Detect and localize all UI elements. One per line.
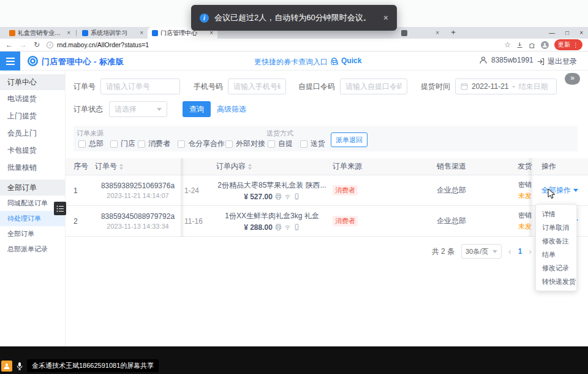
pickup-code-input[interactable] xyxy=(340,78,407,94)
toast-close-button[interactable]: × xyxy=(383,13,388,23)
table-row: 1 83859389251069376a 2023-11-21 14:14:07… xyxy=(66,175,588,206)
window-maximize-button[interactable]: □ xyxy=(565,29,569,36)
page-title: 门店管理中心 - 标准版 xyxy=(42,56,124,67)
menu-item-edit-history[interactable]: 修改记录 xyxy=(536,261,576,275)
address-bar[interactable]: i rnd.maboy.cn/AllOrder?status=1 xyxy=(47,41,497,48)
next-page-button[interactable]: › xyxy=(529,246,532,256)
sidebar-group-order-center[interactable]: 订单中心 xyxy=(0,74,65,90)
checkbox-icon[interactable] xyxy=(78,140,86,148)
window-close-button[interactable]: × xyxy=(579,29,583,36)
menu-item-close-order[interactable]: 结单 xyxy=(536,248,576,261)
checkbox-icon[interactable] xyxy=(138,140,145,148)
quick-search-link[interactable]: Quick xyxy=(331,56,361,65)
checkbox-store[interactable]: 门店 xyxy=(110,139,135,149)
date-end-placeholder[interactable]: 结束日期 xyxy=(519,82,548,92)
order-no-value: 83859345088979792a xyxy=(101,212,175,221)
sort-icon[interactable] xyxy=(119,164,123,170)
col-header-action: 操作 xyxy=(532,158,584,175)
browser-profile-avatar[interactable] xyxy=(541,41,549,49)
tab-title: 礼盒营销专业管理中心 xyxy=(18,29,64,37)
browser-update-button[interactable]: 更新 ⋮ xyxy=(554,39,582,50)
logout-icon xyxy=(537,58,545,66)
new-tab-button[interactable]: + xyxy=(448,28,458,38)
sidebar-item-phone-pickup[interactable]: 电话提货 xyxy=(0,90,65,107)
sidebar-item-all-orders[interactable]: 全部订单 xyxy=(0,226,65,242)
checkbox-delivery[interactable]: 送货 xyxy=(300,139,325,149)
tab-close-icon[interactable]: × xyxy=(435,29,439,36)
browser-tab-2[interactable]: 系统培训学习 × xyxy=(78,27,148,39)
browser-menu-dots-icon[interactable]: ⋮ xyxy=(573,42,579,48)
order-status-select[interactable]: 请选择 xyxy=(109,101,167,117)
printer-icon xyxy=(275,224,282,231)
toolbar-right-icons: ☆ 更新 ⋮ xyxy=(504,39,582,50)
info-icon: i xyxy=(200,13,209,23)
tab-close-icon[interactable]: × xyxy=(140,29,143,36)
source-tag: 消费者 xyxy=(333,185,358,196)
checkbox-icon[interactable] xyxy=(300,140,307,148)
site-info-icon[interactable]: i xyxy=(47,42,53,48)
sidebar-item-door-pickup[interactable]: 上门提货 xyxy=(0,107,65,124)
browser-tab-1[interactable]: 礼盒营销专业管理中心 × xyxy=(5,27,75,39)
sidebar-item-batch-verify[interactable]: 批量核销 xyxy=(0,159,65,176)
col-header-content[interactable]: 订单内容 xyxy=(211,158,328,175)
menu-item-details[interactable]: 详情 xyxy=(536,207,576,221)
sidebar-toggle-button[interactable] xyxy=(0,52,20,71)
sidebar-item-hq-dispatch-records[interactable]: 总部派单记录 xyxy=(0,242,65,257)
back-icon[interactable]: ← xyxy=(6,41,13,48)
menu-item-edit-remark[interactable]: 修改备注 xyxy=(536,234,576,248)
sidebar-group-all-orders[interactable]: 全部订单 xyxy=(0,180,65,196)
checkbox-icon[interactable] xyxy=(225,140,233,148)
filter-row-1: 订单号 手机号码 自提口令码 提货时间 2022-11-21 - 结束日期 xyxy=(74,78,557,94)
menu-item-express-ship[interactable]: 转快递发货 xyxy=(536,275,576,288)
search-button[interactable]: 查询 xyxy=(183,101,211,117)
checkbox-external[interactable]: 外部对接 xyxy=(225,139,265,149)
page-size-select[interactable]: 30条/页 xyxy=(461,244,502,259)
coupon-query-link[interactable]: 更快捷的券卡查询入口 xyxy=(254,57,338,67)
order-status-placeholder: 请选择 xyxy=(115,104,137,115)
checkbox-label: 外部对接 xyxy=(236,139,265,149)
order-content-text: 1份XX生鲜羊肉礼盒3kg 礼盒 xyxy=(225,211,318,221)
chevron-down-icon xyxy=(573,189,578,192)
sidebar-item-member-visit[interactable]: 会员上门 xyxy=(0,124,65,142)
collapse-panel-button[interactable]: » xyxy=(565,73,580,85)
forward-icon[interactable]: → xyxy=(20,41,27,48)
checkbox-icon[interactable] xyxy=(110,140,118,148)
order-source-label: 订单来源 xyxy=(77,129,104,138)
advanced-filter-link[interactable]: 高级筛选 xyxy=(217,104,246,115)
checkbox-warehouse-share[interactable]: 仓分享合作 xyxy=(178,139,225,149)
checkbox-hq[interactable]: 总部 xyxy=(78,139,104,149)
checkbox-consumer[interactable]: 消费者 xyxy=(138,139,170,149)
order-price: ¥ 527.00 xyxy=(244,193,273,201)
order-no-input[interactable] xyxy=(100,78,180,94)
menu-item-cancel-order[interactable]: 订单取消 xyxy=(536,221,576,234)
tab-favicon xyxy=(152,30,158,36)
prev-page-button[interactable]: ‹ xyxy=(508,246,511,256)
col-header-pickup-time xyxy=(181,158,211,175)
pickup-time-range-picker[interactable]: 2022-11-21 - 结束日期 xyxy=(455,78,557,94)
current-page[interactable]: 1 xyxy=(518,247,522,256)
browser-tab-4[interactable]: × xyxy=(397,27,443,39)
extensions-puzzle-icon[interactable] xyxy=(529,42,535,48)
row-index: 1 xyxy=(66,175,95,205)
row-actions-dropdown[interactable]: 全部操作 xyxy=(541,185,578,196)
sort-icon[interactable] xyxy=(248,164,252,170)
sidebar-item-card-pickup[interactable]: 卡包提货 xyxy=(0,142,65,159)
checkbox-icon[interactable] xyxy=(268,140,275,148)
window-minimize-button[interactable]: — xyxy=(549,29,555,36)
order-no-label: 订单号 xyxy=(74,82,96,92)
date-start-value[interactable]: 2022-11-21 xyxy=(472,82,509,91)
col-header-order-no[interactable]: 订单号 xyxy=(95,158,181,175)
bookmark-star-icon[interactable]: ☆ xyxy=(504,41,511,48)
quick-search-label: Quick xyxy=(341,56,361,65)
checkbox-icon[interactable] xyxy=(178,140,185,148)
user-account[interactable]: 8385wb1991 xyxy=(479,56,533,64)
download-icon[interactable] xyxy=(516,42,523,48)
phone-input[interactable] xyxy=(228,78,286,94)
dispatch-return-button[interactable]: 派单退回 xyxy=(331,132,368,147)
logout-button[interactable]: 退出登录 xyxy=(537,56,577,67)
reload-icon[interactable]: ↻ xyxy=(34,41,40,48)
checkbox-self-pickup[interactable]: 自提 xyxy=(268,139,293,149)
checkbox-row: 总部 门店 消费者 仓分享合作 外部对接 自提 送货 xyxy=(74,139,578,148)
tab-close-icon[interactable]: × xyxy=(67,29,70,36)
floating-list-button[interactable] xyxy=(54,202,66,215)
